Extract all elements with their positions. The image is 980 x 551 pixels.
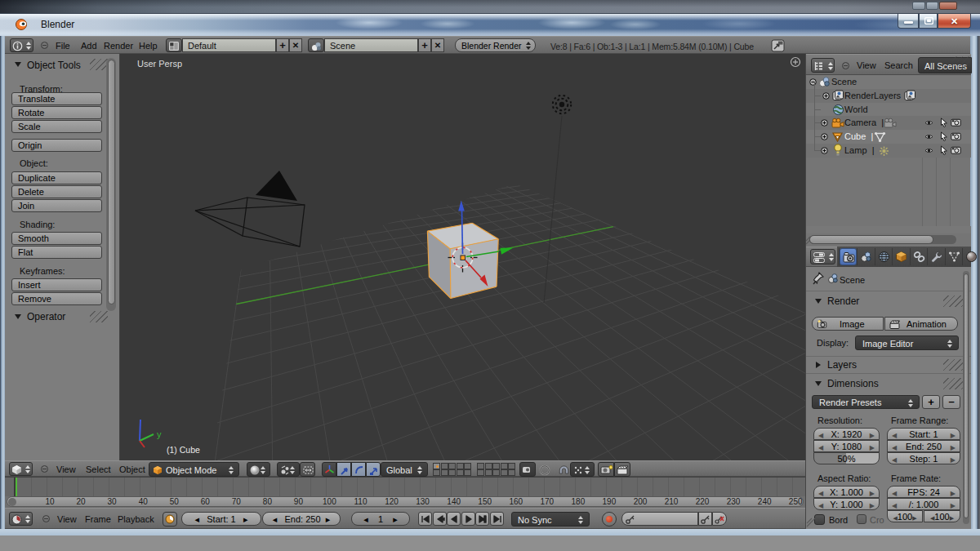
svg-text:(1) Cube: (1) Cube: [167, 445, 200, 455]
svg-text:User Persp: User Persp: [137, 59, 182, 69]
svg-text:y: y: [157, 429, 162, 439]
